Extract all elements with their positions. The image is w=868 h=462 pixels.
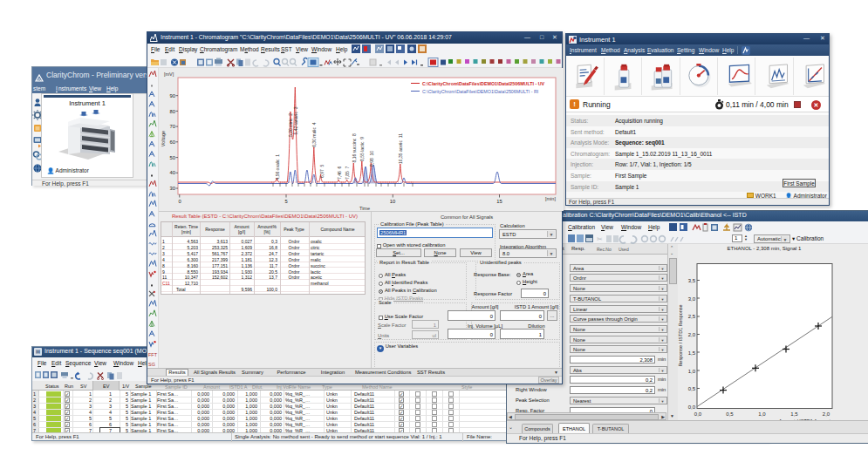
svg-text:0,0: 0,0: [688, 404, 696, 410]
svg-text:2,5: 2,5: [688, 314, 696, 319]
svg-text:60: 60: [170, 139, 175, 145]
svg-text:7,46 6: 7,46 6: [337, 166, 342, 180]
svg-text:1,0: 1,0: [758, 411, 766, 417]
svg-text:80: 80: [170, 109, 175, 114]
svg-text:6,97 5: 6,97 5: [319, 164, 325, 178]
svg-text:2,0: 2,0: [823, 411, 830, 417]
svg-text:1,5: 1,5: [790, 411, 798, 417]
svg-text:70: 70: [170, 124, 175, 129]
svg-text:30: 30: [170, 186, 175, 191]
svg-text:1,5: 1,5: [688, 350, 696, 356]
svg-text:8,16 succinc 8: 8,16 succinc 8: [352, 133, 357, 163]
svg-text:90: 90: [170, 93, 175, 99]
svg-text:7,85 7: 7,85 7: [345, 166, 350, 180]
svg-text:SG: SG: [148, 362, 155, 367]
svg-text:5: 5: [284, 199, 287, 204]
svg-text:8,98 10: 8,98 10: [369, 151, 374, 166]
svg-text:C:\ClarityChrom\DataFiles\DEMO: C:\ClarityChrom\DataFiles\DEMO1\Data\250…: [422, 81, 544, 86]
svg-text:15: 15: [496, 199, 502, 204]
svg-text:[mV]: [mV]: [164, 71, 174, 77]
svg-text:2,0: 2,0: [688, 332, 696, 337]
svg-text:FFT: FFT: [148, 352, 158, 357]
svg-text:50: 50: [170, 155, 175, 160]
svg-text:3,0: 3,0: [688, 296, 696, 302]
svg-text:8,55 lactic 9: 8,55 lactic 9: [359, 137, 365, 161]
svg-text:0,5: 0,5: [726, 411, 734, 417]
svg-text:4,56 oxalic 1: 4,56 oxalic 1: [275, 154, 280, 180]
svg-text:3,5: 3,5: [688, 278, 696, 283]
svg-text:40: 40: [170, 170, 175, 175]
svg-text:10,35 acetic 11: 10,35 acetic 11: [398, 133, 403, 164]
svg-text:0,5: 0,5: [688, 386, 696, 391]
svg-text:1,0: 1,0: [688, 369, 696, 374]
svg-text:✂: ✂: [597, 235, 603, 243]
svg-text:[min]: [min]: [545, 196, 556, 201]
svg-text:6,30 malic 4: 6,30 malic 4: [311, 122, 317, 147]
svg-text:ETHANOL - 2,308 min, Signal 1: ETHANOL - 2,308 min, Signal 1: [728, 246, 802, 251]
svg-text:Voltage: Voltage: [161, 131, 166, 146]
svg-text:10: 10: [390, 199, 395, 204]
svg-text:5,42 tartaric 3: 5,42 tartaric 3: [293, 106, 298, 134]
svg-text:Response / ISTD1 Response: Response / ISTD1 Response: [678, 304, 683, 366]
svg-text:0,0: 0,0: [694, 411, 702, 417]
svg-text:0: 0: [178, 199, 181, 204]
svg-text:C:\ClarityChrom\DataFiles\DEMO: C:\ClarityChrom\DataFiles\DEMO1\Data\250…: [422, 89, 538, 94]
